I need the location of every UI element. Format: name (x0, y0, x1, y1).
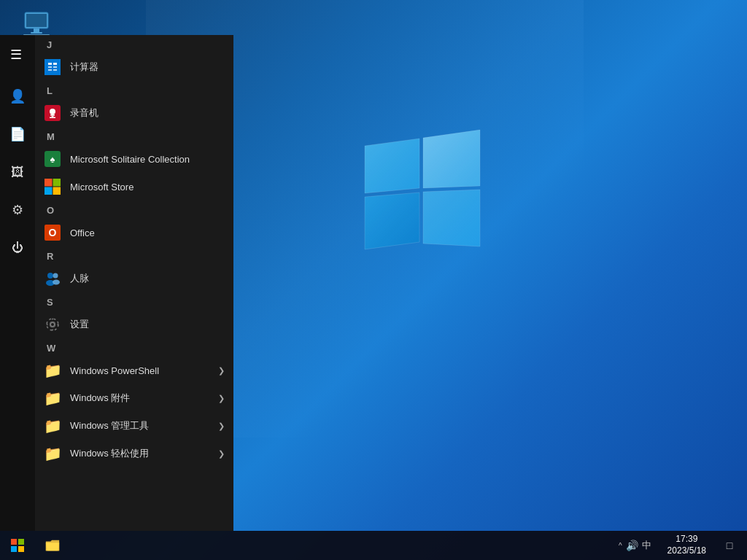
app-item-recorder[interactable]: 录音机 (35, 99, 233, 127)
app-item-people[interactable]: 人脉 (35, 265, 233, 292)
settings-sidebar-icon: ⚙ (12, 202, 23, 218)
power-icon: ⏻ (12, 241, 23, 254)
section-header-j: J (35, 35, 233, 53)
recorder-icon (44, 104, 61, 122)
svg-marker-3 (423, 190, 480, 246)
calculator-icon (44, 58, 61, 76)
ease-access-chevron-icon: ❯ (218, 449, 225, 459)
recorder-label: 录音机 (70, 106, 225, 120)
svg-rect-19 (52, 116, 54, 117)
svg-rect-6 (34, 28, 39, 32)
svg-rect-10 (48, 63, 52, 65)
svg-rect-18 (50, 114, 55, 116)
svg-text:O: O (49, 227, 57, 238)
office-icon: O (44, 224, 61, 241)
store-icon (44, 178, 61, 195)
tray-volume-icon[interactable]: 🔊 (626, 540, 638, 551)
svg-rect-5 (26, 14, 47, 27)
svg-rect-23 (44, 179, 53, 187)
taskbar-datetime[interactable]: 17:39 2023/5/18 (662, 534, 712, 556)
section-header-r: R (35, 246, 233, 265)
svg-point-32 (53, 280, 60, 285)
svg-point-35 (47, 319, 58, 330)
app-item-admin-tools[interactable]: 📁 Windows 管理工具 ❯ (35, 412, 233, 440)
admin-tools-label: Windows 管理工具 (70, 419, 209, 432)
svg-rect-13 (53, 66, 57, 68)
svg-rect-11 (53, 63, 57, 65)
svg-rect-25 (44, 187, 53, 195)
photos-icon: 🖼 (11, 165, 24, 180)
accessories-label: Windows 附件 (70, 392, 209, 405)
svg-rect-20 (50, 117, 55, 119)
taskbar-system-tray: ^ 🔊 中 (619, 539, 651, 552)
tray-ime-icon[interactable]: 中 (642, 539, 651, 552)
svg-rect-7 (31, 32, 42, 34)
svg-marker-1 (423, 130, 480, 188)
taskbar-date: 2023/5/18 (667, 545, 706, 557)
start-menu-sidebar: 👤 📄 🖼 ⚙ ⏻ (0, 35, 35, 531)
solitaire-label: Microsoft Solitaire Collection (70, 154, 225, 165)
svg-rect-12 (48, 66, 52, 68)
sidebar-settings-button[interactable]: ⚙ (0, 192, 35, 228)
section-header-s: S (35, 292, 233, 311)
svg-rect-38 (11, 546, 17, 552)
accessories-chevron-icon: ❯ (218, 394, 225, 403)
taskbar-notification-button[interactable]: □ (718, 531, 741, 560)
powershell-label: Windows PowerShell (70, 365, 209, 376)
svg-rect-37 (18, 539, 24, 545)
settings-label: 设置 (70, 318, 225, 331)
ease-access-label: Windows 轻松使用 (70, 447, 209, 460)
taskbar-file-explorer-button[interactable] (35, 531, 70, 560)
start-menu-app-list: J 计算器 (35, 35, 233, 531)
section-header-o: O (35, 201, 233, 219)
start-button[interactable] (0, 531, 35, 560)
app-item-accessories[interactable]: 📁 Windows 附件 ❯ (35, 384, 233, 412)
windows-logo-desktop (350, 117, 496, 262)
svg-text:♠: ♠ (50, 154, 55, 165)
svg-rect-14 (48, 69, 52, 71)
people-label: 人脉 (70, 272, 225, 285)
solitaire-icon: ♠ (44, 150, 61, 168)
svg-rect-26 (53, 187, 61, 195)
taskbar-right-area: ^ 🔊 中 17:39 2023/5/18 □ (619, 531, 747, 560)
section-header-w: W (35, 338, 233, 357)
app-item-calculator[interactable]: 计算器 (35, 53, 233, 81)
svg-rect-39 (18, 546, 24, 552)
svg-point-31 (53, 273, 58, 279)
sidebar-documents-button[interactable]: 📄 (0, 117, 35, 152)
app-item-powershell[interactable]: 📁 Windows PowerShell ❯ (35, 357, 233, 384)
notification-icon: □ (727, 540, 732, 551)
hamburger-icon: ☰ (10, 47, 22, 62)
svg-rect-36 (11, 539, 17, 545)
taskbar-time: 17:39 (676, 534, 697, 545)
section-header-m: M (35, 127, 233, 145)
admin-tools-chevron-icon: ❯ (218, 421, 225, 431)
store-label: Microsoft Store (70, 182, 225, 192)
sidebar-power-button[interactable]: ⏻ (0, 230, 35, 265)
desktop: 此电脑 ☰ 👤 📄 🖼 ⚙ ⏻ (0, 0, 747, 560)
tray-chevron-icon[interactable]: ^ (619, 542, 622, 550)
user-icon: 👤 (9, 88, 26, 104)
powershell-chevron-icon: ❯ (218, 366, 225, 376)
app-item-settings[interactable]: 设置 (35, 311, 233, 338)
app-item-office[interactable]: O Office (35, 219, 233, 246)
svg-marker-0 (365, 139, 419, 193)
taskbar: ^ 🔊 中 17:39 2023/5/18 □ (0, 531, 747, 560)
powershell-folder-icon: 📁 (44, 362, 61, 379)
hamburger-menu-button[interactable]: ☰ (4, 41, 28, 69)
app-item-store[interactable]: Microsoft Store (35, 173, 233, 201)
app-item-solitaire[interactable]: ♠ Microsoft Solitaire Collection (35, 145, 233, 173)
svg-rect-24 (53, 179, 61, 187)
sidebar-user-button[interactable]: 👤 (0, 79, 35, 114)
svg-rect-15 (53, 69, 57, 71)
section-header-l: L (35, 81, 233, 99)
svg-marker-2 (365, 192, 419, 249)
sidebar-photos-button[interactable]: 🖼 (0, 155, 35, 190)
svg-point-17 (50, 109, 55, 114)
app-item-ease-access[interactable]: 📁 Windows 轻松使用 ❯ (35, 440, 233, 467)
people-icon (44, 270, 61, 287)
admin-tools-folder-icon: 📁 (44, 417, 61, 435)
accessories-folder-icon: 📁 (44, 389, 61, 407)
settings-icon (44, 316, 61, 333)
calculator-label: 计算器 (70, 61, 225, 74)
